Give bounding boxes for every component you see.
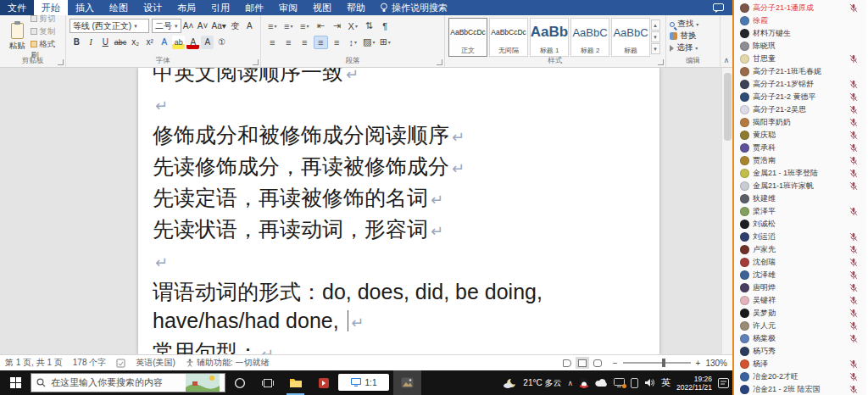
multilevel-list-button[interactable]: ≡▾ [298,19,312,33]
device-tray-icon[interactable] [631,378,638,388]
highlight-color-button[interactable]: ab [172,36,185,49]
paste-button[interactable]: 粘贴 [3,18,31,56]
participant-row[interactable]: 金属21 - 1班李登陆 [734,167,866,180]
ribbon-tab[interactable]: 绘图 [102,0,136,15]
shading-button[interactable]: ▨▾ [362,36,376,49]
start-button[interactable] [0,370,31,395]
participant-row[interactable]: 狄建维 [734,192,866,205]
ribbon-tab[interactable]: 布局 [170,0,203,15]
participant-row[interactable]: 徐霞 [734,14,866,27]
participant-row[interactable]: 杨巧秀 [734,345,866,358]
style-card[interactable]: AaBbCcDc 正文 [448,18,487,57]
ribbon-tab[interactable]: 引用 [203,0,237,15]
clipboard-dialog-launcher[interactable] [58,59,64,65]
print-layout-button[interactable] [576,357,589,369]
scrollbar-thumb[interactable] [724,73,732,141]
collapse-ribbon-button[interactable]: ∧ [721,15,732,67]
taskbar-search-input[interactable]: 在这里输入你要搜索的内容 [31,373,225,392]
line-spacing-button[interactable]: ↕▾ [346,36,360,49]
subscript-button[interactable]: x₂ [129,36,142,49]
page-indicator[interactable]: 第 1 页, 共 1 页 [5,357,63,369]
borders-button[interactable]: ⊞▾ [378,36,392,49]
decrease-indent-button[interactable]: ⇤ [314,19,328,33]
style-card[interactable]: AaBbC 标题 2 [570,18,609,57]
zoom-in-button[interactable]: + [696,359,701,368]
taskbar-clock[interactable]: 19:262022/11/21 [676,375,712,392]
enclose-characters-button[interactable]: ① [215,36,228,49]
show-formatting-marks-button[interactable]: ¶ [378,19,392,33]
weather-text[interactable]: 21°C 多云 [523,377,561,389]
italic-button[interactable]: I [85,36,97,49]
style-card[interactable]: AaBb 标题 1 [530,18,569,57]
ime-indicator[interactable]: 英 [661,376,670,389]
speaker-tray-icon[interactable] [644,378,655,387]
font-size-combo[interactable]: 二号▾ [152,19,181,33]
participant-row[interactable]: 沈泽雄 [734,269,866,281]
ribbon-tab[interactable]: 邮件 [237,0,271,15]
superscript-button[interactable]: x² [143,36,156,49]
participant-row[interactable]: 杨棠极 [734,332,866,345]
participant-row[interactable]: 高分子21-1潘原成 [734,2,866,14]
justify-button[interactable]: ≡ [314,36,328,49]
ribbon-tab[interactable]: 插入 [68,0,102,15]
participant-row[interactable]: 冶金20-2才旺 [734,370,866,383]
participant-row[interactable]: 材料万键生 [734,27,866,40]
ribbon-tab[interactable]: 帮助 [339,0,373,15]
underline-button[interactable]: U [99,36,112,49]
styles-gallery-up-button[interactable]: ▴ [651,19,660,31]
zoom-slider-thumb[interactable] [662,359,665,367]
style-card[interactable]: AaBbCcDc 无间隔 [489,18,528,57]
comments-button[interactable] [704,0,732,15]
participant-row[interactable]: 许人元 [734,320,866,332]
participant-row[interactable]: 黄庆聪 [734,129,866,142]
web-layout-button[interactable] [591,357,604,369]
select-button[interactable]: 选择▾ [670,42,716,53]
increase-indent-button[interactable]: ⇥ [330,19,344,33]
file-explorer-button[interactable] [281,370,309,395]
grow-font-button[interactable]: A˄ [182,19,195,33]
align-right-button[interactable]: ≡ [298,36,312,49]
task-view-button[interactable] [253,370,281,395]
participant-row[interactable]: 梁泽平 [734,205,866,218]
strikethrough-button[interactable]: abc [114,36,128,49]
cloud-tray-icon[interactable] [595,379,608,387]
vertical-scrollbar[interactable] [721,68,732,354]
copy-button[interactable]: 复制 [31,26,62,37]
participant-row[interactable]: 刘运滔 [734,231,866,243]
participant-row[interactable]: 沈创瑞 [734,256,866,269]
screencast-tray-icon[interactable] [614,378,625,387]
font-name-combo[interactable]: 等线 (西文正文)▾ [70,19,149,33]
zoom-slider[interactable] [623,362,691,364]
character-border-button[interactable]: A [243,19,256,33]
sort-button[interactable]: ⇅ [362,19,376,33]
style-card[interactable]: AaBbC 标题 [611,18,650,57]
styles-gallery-more-button[interactable]: ▾ [651,43,660,54]
bullets-button[interactable]: ≡▾ [265,19,280,33]
participant-row[interactable]: 金属21-1班许家帆 [734,180,866,192]
zoom-level[interactable]: 130% [705,359,727,368]
cut-button[interactable]: 剪切 [31,14,62,25]
ribbon-tab[interactable]: 文件 [0,0,34,15]
language-indicator[interactable]: 英语(美国) [136,357,175,369]
asian-layout-button[interactable]: X▾ [346,19,360,33]
participant-row[interactable]: 高分子21-1罗锦舒 [734,78,866,91]
cortana-button[interactable] [225,370,253,395]
participant-row[interactable]: 甘思童 [734,53,866,65]
bold-button[interactable]: B [70,36,83,49]
tell-me-search[interactable]: 操作说明搜索 [373,0,454,15]
participant-row[interactable]: 杨泽 [734,358,866,370]
change-case-button[interactable]: Aa▾ [211,19,227,33]
participant-row[interactable]: 高分子21-2吴思 [734,103,866,116]
participant-row[interactable]: 陈晓琪 [734,40,866,53]
participant-row[interactable]: 贾浩南 [734,154,866,167]
ribbon-tab[interactable]: 设计 [136,0,170,15]
zoom-out-button[interactable]: − [613,359,618,368]
styles-dialog-launcher[interactable] [658,59,664,65]
participant-row[interactable]: 冶金21 - 2班 陆宏国 [734,383,866,395]
participant-row[interactable]: 高分子21-1班毛春妮 [734,65,866,78]
action-center-button[interactable] [718,378,729,388]
photos-app-button[interactable] [393,370,421,395]
participant-row[interactable]: 高分子21-2 黄德平 [734,91,866,103]
ribbon-tab[interactable]: 视图 [305,0,339,15]
font-dialog-launcher[interactable] [253,59,259,65]
